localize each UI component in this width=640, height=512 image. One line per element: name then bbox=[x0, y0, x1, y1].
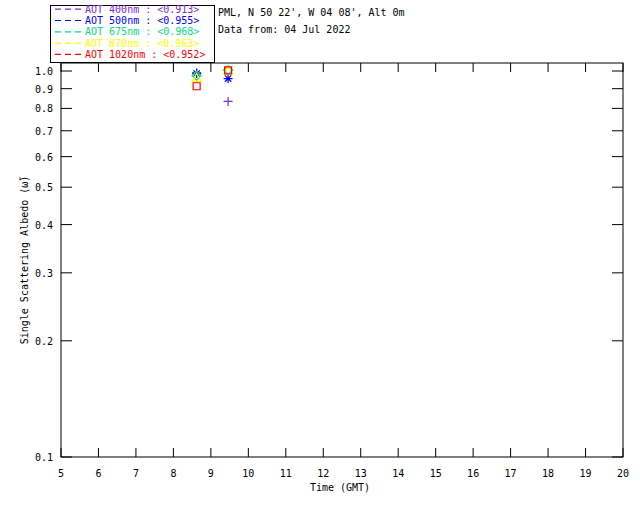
x-tick-label: 19 bbox=[580, 468, 592, 479]
axis-ticks bbox=[61, 63, 623, 457]
x-tick-labels: 567891011121314151617181920 bbox=[58, 468, 629, 479]
y-tick-label: 1.0 bbox=[35, 66, 53, 77]
y-tick-label: 0.4 bbox=[35, 220, 53, 231]
x-tick-label: 9 bbox=[208, 468, 214, 479]
marker-aot-500nm bbox=[224, 74, 233, 83]
y-tick-label: 0.8 bbox=[35, 103, 53, 114]
data-from-date: Data from: 04 Jul 2022 bbox=[218, 24, 350, 35]
y-tick-label: 0.7 bbox=[35, 126, 53, 137]
x-tick-label: 20 bbox=[617, 468, 629, 479]
x-axis-label: Time (GMT) bbox=[310, 482, 370, 493]
x-tick-label: 14 bbox=[392, 468, 404, 479]
y-tick-label: 0.5 bbox=[35, 182, 53, 193]
y-tick-labels: 1.00.90.80.70.60.50.40.30.20.1 bbox=[35, 66, 53, 463]
y-tick-label: 0.2 bbox=[35, 336, 53, 347]
y-tick-label: 0.3 bbox=[35, 268, 53, 279]
marker-aot-1020nm bbox=[193, 83, 200, 90]
legend-label: AOT 500nm : <0.955> bbox=[85, 15, 199, 26]
x-tick-label: 6 bbox=[95, 468, 101, 479]
x-tick-label: 16 bbox=[467, 468, 479, 479]
ssa-plot-page: 567891011121314151617181920 1.00.90.80.7… bbox=[0, 0, 640, 512]
legend-label: AOT 400nm : <0.913> bbox=[85, 4, 199, 15]
x-tick-label: 17 bbox=[505, 468, 517, 479]
marker-aot-400nm bbox=[224, 97, 233, 106]
data-points bbox=[192, 65, 232, 105]
ssa-chart: 567891011121314151617181920 1.00.90.80.7… bbox=[0, 0, 640, 512]
legend-label: AOT 675nm : <0.968> bbox=[85, 26, 199, 37]
legend-box: AOT 400nm : <0.913>AOT 500nm : <0.955>AO… bbox=[51, 4, 215, 63]
site-title: PML, N 50 22', W 04 08', Alt 0m bbox=[218, 7, 405, 18]
y-tick-label: 0.1 bbox=[35, 452, 53, 463]
x-tick-label: 7 bbox=[133, 468, 139, 479]
x-tick-label: 8 bbox=[170, 468, 176, 479]
x-tick-label: 15 bbox=[430, 468, 442, 479]
legend-label: AOT 1020nm : <0.952> bbox=[85, 49, 205, 60]
y-tick-label: 0.6 bbox=[35, 152, 53, 163]
y-axis-label: Single Scattering Albedo (ω̃) bbox=[19, 176, 30, 345]
legend-label: AOT 870nm : <0.963> bbox=[85, 38, 199, 49]
x-tick-label: 11 bbox=[280, 468, 292, 479]
x-tick-label: 12 bbox=[317, 468, 329, 479]
plot-area bbox=[61, 63, 623, 457]
x-tick-label: 10 bbox=[242, 468, 254, 479]
x-tick-label: 5 bbox=[58, 468, 64, 479]
x-tick-label: 13 bbox=[355, 468, 367, 479]
x-tick-label: 18 bbox=[542, 468, 554, 479]
y-tick-label: 0.9 bbox=[35, 84, 53, 95]
